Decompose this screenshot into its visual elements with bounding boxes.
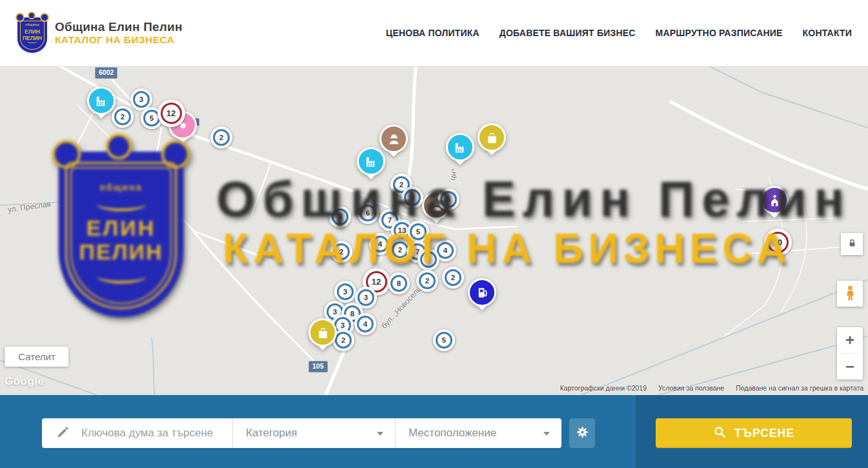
cluster-count: 2	[339, 248, 343, 256]
cluster-count: 3	[343, 288, 347, 296]
fuel-icon	[475, 285, 490, 300]
cluster-marker[interactable]: 10	[764, 229, 792, 256]
cluster-marker[interactable]: 5	[438, 188, 459, 210]
cluster-marker[interactable]: 5	[433, 329, 455, 351]
nav-item-contacts[interactable]: КОНТАКТИ	[803, 28, 852, 38]
category-dropdown-value: Категория	[246, 427, 297, 440]
cluster-count: 7	[388, 216, 392, 224]
header: община ЕЛИН ПЕЛИН Община Елин Пелин КАТА…	[0, 0, 868, 66]
location-dropdown-value: Местоположение	[409, 427, 496, 440]
cluster-ring: 6	[359, 205, 376, 221]
cluster-count: 4	[363, 320, 367, 328]
cluster-ring: 4	[372, 236, 389, 252]
keyword-search-input[interactable]	[80, 426, 222, 440]
cluster-marker[interactable]: 2	[416, 270, 438, 292]
cluster-ring: 12	[161, 103, 182, 124]
zoom-out-button[interactable]: −	[837, 354, 863, 380]
cluster-ring: 8	[420, 251, 437, 268]
main-navigation: ЦЕНОВА ПОЛИТИКА ДОБАВЕТЕ ВАШИЯТ БИЗНЕС М…	[386, 28, 852, 38]
factory-pin-marker[interactable]	[357, 147, 385, 185]
street-view-pegman-button[interactable]	[837, 281, 863, 307]
cluster-marker[interactable]: 6	[357, 202, 379, 224]
cluster-marker[interactable]: 3	[334, 281, 356, 303]
cluster-count: 3	[139, 96, 143, 103]
chevron-down-icon	[377, 432, 383, 436]
lock-control-button[interactable]	[841, 233, 863, 255]
cluster-count: 2	[219, 134, 223, 141]
cluster-ring: 3	[404, 189, 421, 206]
attribution-terms-link[interactable]: Условия за ползване	[658, 384, 724, 392]
cluster-marker[interactable]: 2	[330, 241, 352, 263]
cluster-marker[interactable]: 12	[157, 99, 185, 127]
satellite-tab[interactable]: Сателит	[5, 347, 68, 367]
cluster-count: 3	[410, 194, 414, 201]
factory-icon	[453, 140, 468, 155]
cluster-count: 4	[378, 240, 382, 248]
cluster-marker[interactable]: 8	[418, 249, 439, 270]
nav-item-route-schedule[interactable]: МАРШРУТНО РАЗПИСАНИЕ	[656, 28, 783, 38]
search-bar: Категория Местоположение	[42, 418, 561, 448]
chevron-down-icon	[543, 432, 550, 436]
cluster-ring: 3	[337, 283, 354, 300]
cluster-count: 10	[773, 238, 782, 247]
search-icon	[713, 425, 727, 441]
cluster-count: 12	[372, 277, 381, 287]
attribution-copyright: Картографски данни ©2019	[560, 384, 647, 392]
cluster-marker[interactable]: 2	[442, 267, 464, 289]
worker-icon	[387, 132, 401, 147]
cluster-count: 12	[167, 108, 176, 118]
crest-name-line1: ЕЛИН	[16, 29, 48, 35]
bag-pin-marker[interactable]	[478, 123, 506, 161]
nav-item-pricing[interactable]: ЦЕНОВА ПОЛИТИКА	[386, 28, 479, 38]
location-dropdown[interactable]: Местоположение	[395, 418, 561, 448]
cluster-ring: 4	[332, 209, 348, 225]
cluster-marker[interactable]: 5	[407, 221, 429, 243]
cluster-marker[interactable]: 3	[401, 187, 423, 209]
road-number-label: 105	[308, 361, 328, 372]
church-icon	[767, 193, 782, 208]
cluster-marker[interactable]: 4	[329, 206, 351, 228]
cluster-count: 6	[366, 209, 370, 217]
map-attribution: Картографски данни ©2019 Условия за полз…	[560, 384, 863, 392]
cluster-ring: 4	[357, 316, 374, 332]
cluster-count: 2	[425, 277, 429, 285]
cluster-marker[interactable]: 8	[388, 272, 410, 294]
bag-icon	[316, 325, 330, 340]
cluster-count: 13	[398, 227, 407, 234]
church-pin-marker[interactable]	[760, 186, 789, 223]
cluster-count: 5	[447, 196, 450, 203]
cluster-count: 3	[341, 321, 345, 329]
cluster-ring: 4	[437, 242, 454, 259]
bag-icon	[485, 130, 500, 145]
road-number-label: 6002	[95, 67, 117, 79]
site-logo[interactable]: община ЕЛИН ПЕЛИН Община Елин Пелин КАТА…	[16, 13, 183, 53]
bag-pin-marker[interactable]	[308, 318, 337, 356]
attribution-report-error-link[interactable]: Подаване на сигнал за грешка в картата	[736, 384, 863, 392]
search-button[interactable]: ТЪРСЕНЕ	[656, 418, 852, 448]
map[interactable]: 6002105ул. Преславбул. „Новоселци“ци“ 32…	[0, 66, 868, 395]
cluster-marker[interactable]: 4	[369, 233, 391, 255]
cluster-ring: 2	[419, 272, 436, 289]
keyword-field-section	[42, 418, 232, 448]
search-button-label: ТЪРСЕНЕ	[734, 427, 794, 440]
nav-item-add-business[interactable]: ДОБАВЕТЕ ВАШИЯТ БИЗНЕС	[500, 28, 636, 38]
category-dropdown[interactable]: Категория	[232, 418, 395, 448]
advanced-settings-button[interactable]	[569, 418, 595, 448]
factory-pin-marker[interactable]	[87, 86, 116, 124]
fuel-pin-marker[interactable]	[468, 278, 496, 316]
zoom-in-button[interactable]: +	[837, 327, 863, 353]
cluster-count: 2	[399, 181, 403, 188]
cluster-ring: 2	[333, 243, 350, 260]
page: община ЕЛИН ПЕЛИН Община Елин Пелин КАТА…	[0, 0, 868, 468]
cluster-ring: 5	[440, 191, 457, 208]
google-logo[interactable]: Google	[5, 375, 45, 388]
cluster-marker[interactable]: 2	[210, 127, 232, 148]
factory-pin-marker[interactable]	[446, 133, 474, 170]
cluster-count: 3	[333, 308, 337, 316]
factory-icon	[94, 94, 109, 108]
cluster-count: 4	[338, 213, 342, 221]
cluster-marker[interactable]: 4	[354, 313, 376, 335]
cluster-count: 2	[451, 274, 455, 281]
cluster-ring: 3	[133, 91, 150, 108]
cluster-count: 4	[443, 247, 447, 254]
